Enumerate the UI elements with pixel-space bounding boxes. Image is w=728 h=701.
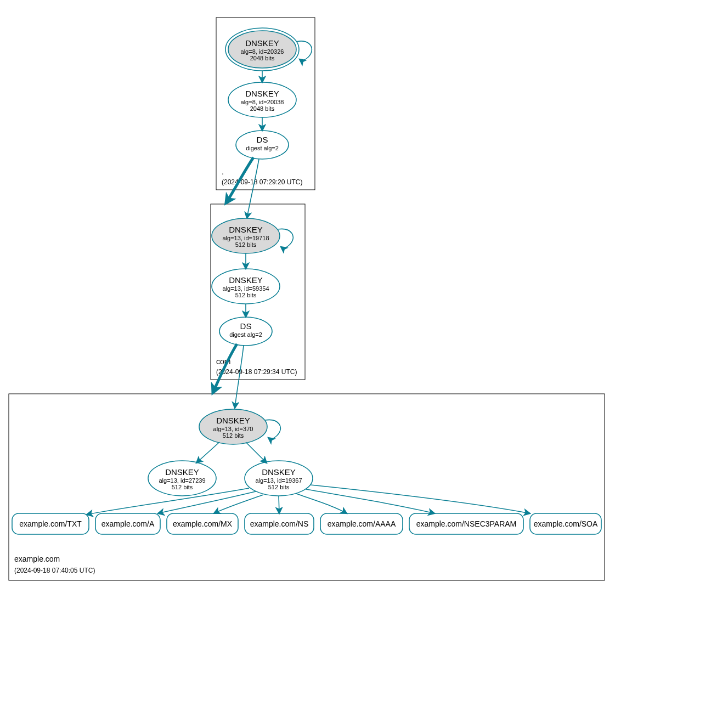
svg-text:alg=13, id=19718: alg=13, id=19718	[222, 235, 269, 241]
dnssec-diagram: . (2024-09-18 07:29:20 UTC) com (2024-09…	[0, 0, 728, 701]
record-ns: example.com/NS	[245, 513, 314, 534]
edge-zsk2-to-mx	[214, 495, 263, 513]
svg-text:DNSKEY: DNSKEY	[245, 89, 279, 98]
svg-text:512 bits: 512 bits	[172, 484, 193, 490]
svg-text:512 bits: 512 bits	[223, 432, 244, 439]
record-aaaa: example.com/AAAA	[320, 513, 403, 534]
svg-text:example.com/MX: example.com/MX	[173, 519, 233, 528]
edge-example-ksk-to-zsk1	[196, 442, 219, 463]
edge-zsk2-to-nsec	[306, 489, 434, 513]
zone-name-root: .	[222, 167, 224, 176]
record-mx: example.com/MX	[167, 513, 238, 534]
zone-date-example: (2024-09-18 07:40:05 UTC)	[14, 567, 95, 574]
node-root-ksk: DNSKEY alg=8, id=20326 2048 bits	[225, 28, 299, 71]
svg-text:digest alg=2: digest alg=2	[229, 331, 262, 338]
zone-date-com: (2024-09-18 07:29:34 UTC)	[216, 368, 297, 376]
svg-text:DS: DS	[257, 135, 268, 144]
svg-text:example.com/TXT: example.com/TXT	[19, 519, 82, 528]
node-com-ds: DS digest alg=2	[219, 317, 272, 346]
edge-zsk2-to-soa	[311, 485, 530, 513]
node-example-zsk1: DNSKEY alg=13, id=27239 512 bits	[148, 461, 216, 496]
edge-root-ds-to-com-ksk	[247, 159, 259, 218]
record-txt: example.com/TXT	[12, 513, 89, 534]
edge-zsk2-to-aaaa	[296, 494, 347, 513]
node-root-ds: DS digest alg=2	[236, 131, 289, 159]
svg-text:DNSKEY: DNSKEY	[245, 38, 279, 48]
svg-text:example.com/NS: example.com/NS	[250, 519, 309, 528]
svg-text:example.com/SOA: example.com/SOA	[534, 519, 598, 528]
svg-text:DNSKEY: DNSKEY	[229, 225, 263, 234]
svg-text:DNSKEY: DNSKEY	[262, 467, 296, 477]
svg-text:alg=13, id=370: alg=13, id=370	[213, 426, 253, 432]
svg-text:512 bits: 512 bits	[235, 241, 257, 248]
node-com-ksk: DNSKEY alg=13, id=19718 512 bits	[212, 218, 280, 253]
record-soa: example.com/SOA	[530, 513, 601, 534]
svg-text:DNSKEY: DNSKEY	[216, 416, 250, 425]
svg-text:2048 bits: 2048 bits	[250, 105, 275, 112]
record-nsec3param: example.com/NSEC3PARAM	[409, 513, 523, 534]
node-example-ksk: DNSKEY alg=13, id=370 512 bits	[199, 409, 267, 444]
node-root-zsk: DNSKEY alg=8, id=20038 2048 bits	[228, 82, 296, 117]
edge-example-ksk-to-zsk2	[246, 442, 267, 463]
svg-text:alg=13, id=19367: alg=13, id=19367	[255, 477, 302, 484]
svg-text:alg=13, id=27239: alg=13, id=27239	[159, 477, 205, 484]
svg-text:digest alg=2: digest alg=2	[246, 145, 279, 151]
zone-date-root: (2024-09-18 07:29:20 UTC)	[222, 178, 302, 186]
svg-text:512 bits: 512 bits	[268, 484, 290, 490]
svg-text:example.com/A: example.com/A	[101, 519, 155, 528]
zone-name-example: example.com	[14, 555, 60, 563]
svg-text:2048 bits: 2048 bits	[250, 55, 275, 61]
node-com-zsk: DNSKEY alg=13, id=59354 512 bits	[212, 269, 280, 304]
svg-text:DNSKEY: DNSKEY	[229, 275, 263, 285]
svg-text:alg=8, id=20326: alg=8, id=20326	[241, 48, 284, 55]
svg-text:DNSKEY: DNSKEY	[165, 467, 199, 477]
svg-text:alg=13, id=59354: alg=13, id=59354	[222, 285, 269, 292]
svg-text:512 bits: 512 bits	[235, 292, 257, 298]
svg-text:example.com/AAAA: example.com/AAAA	[328, 519, 396, 528]
svg-text:example.com/NSEC3PARAM: example.com/NSEC3PARAM	[416, 519, 517, 528]
node-example-zsk2: DNSKEY alg=13, id=19367 512 bits	[245, 461, 313, 496]
record-a: example.com/A	[95, 513, 160, 534]
svg-text:alg=8, id=20038: alg=8, id=20038	[241, 99, 284, 105]
edge-zsk2-to-ns	[279, 496, 279, 513]
svg-text:DS: DS	[240, 321, 252, 331]
edge-com-ds-to-example-ksk	[235, 346, 244, 408]
